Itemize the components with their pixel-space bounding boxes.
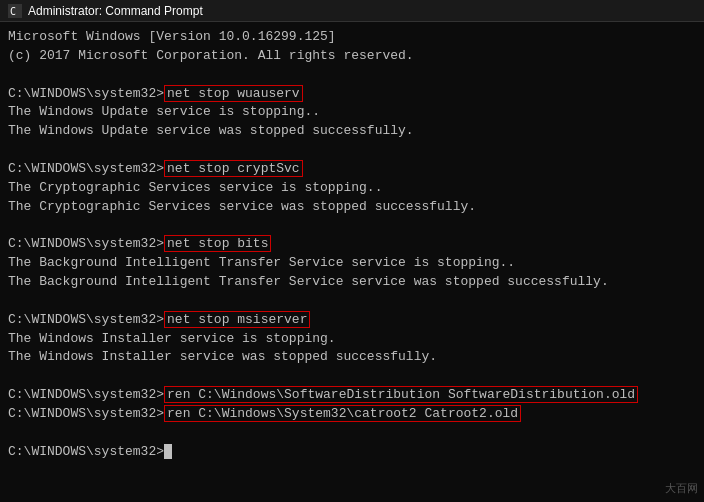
output-4b: The Windows Installer service was stoppe… — [8, 348, 696, 367]
output-4a: The Windows Installer service is stoppin… — [8, 330, 696, 349]
output-2b: The Cryptographic Services service was s… — [8, 198, 696, 217]
prompt-1: C:\WINDOWS\system32> — [8, 86, 164, 101]
cursor — [164, 444, 172, 459]
console-window[interactable]: Microsoft Windows [Version 10.0.16299.12… — [0, 22, 704, 502]
prompt-7: C:\WINDOWS\system32> — [8, 444, 164, 459]
cmd-line-1: C:\WINDOWS\system32>net stop wuauserv — [8, 85, 696, 104]
output-2a: The Cryptographic Services service is st… — [8, 179, 696, 198]
prompt-2: C:\WINDOWS\system32> — [8, 161, 164, 176]
cmd-highlight-5: ren C:\Windows\SoftwareDistribution Soft… — [164, 386, 638, 403]
cmd-line-3: C:\WINDOWS\system32>net stop bits — [8, 235, 696, 254]
cmd-line-5: C:\WINDOWS\system32>ren C:\Windows\Softw… — [8, 386, 696, 405]
copyright-line: (c) 2017 Microsoft Corporation. All righ… — [8, 47, 696, 66]
prompt-6: C:\WINDOWS\system32> — [8, 406, 164, 421]
cmd-icon: C — [8, 4, 22, 18]
cmd-highlight-2: net stop cryptSvc — [164, 160, 303, 177]
title-bar: C Administrator: Command Prompt — [0, 0, 704, 22]
output-1b: The Windows Update service was stopped s… — [8, 122, 696, 141]
spacer2 — [8, 141, 696, 160]
cmd-line-6: C:\WINDOWS\system32>ren C:\Windows\Syste… — [8, 405, 696, 424]
cmd-line-4: C:\WINDOWS\system32>net stop msiserver — [8, 311, 696, 330]
prompt-5: C:\WINDOWS\system32> — [8, 387, 164, 402]
spacer6 — [8, 424, 696, 443]
prompt-3: C:\WINDOWS\system32> — [8, 236, 164, 251]
output-3a: The Background Intelligent Transfer Serv… — [8, 254, 696, 273]
output-1a: The Windows Update service is stopping.. — [8, 103, 696, 122]
cmd-highlight-6: ren C:\Windows\System32\catroot2 Catroot… — [164, 405, 521, 422]
cmd-line-2: C:\WINDOWS\system32>net stop cryptSvc — [8, 160, 696, 179]
cmd-highlight-1: net stop wuauserv — [164, 85, 303, 102]
spacer4 — [8, 292, 696, 311]
output-3b: The Background Intelligent Transfer Serv… — [8, 273, 696, 292]
spacer5 — [8, 367, 696, 386]
cmd-line-7: C:\WINDOWS\system32> — [8, 443, 696, 462]
svg-text:C: C — [10, 6, 16, 17]
cmd-highlight-3: net stop bits — [164, 235, 271, 252]
watermark: 大百网 — [665, 481, 698, 496]
title-bar-text: Administrator: Command Prompt — [28, 4, 203, 18]
spacer3 — [8, 216, 696, 235]
version-line: Microsoft Windows [Version 10.0.16299.12… — [8, 28, 696, 47]
prompt-4: C:\WINDOWS\system32> — [8, 312, 164, 327]
cmd-highlight-4: net stop msiserver — [164, 311, 310, 328]
spacer — [8, 66, 696, 85]
